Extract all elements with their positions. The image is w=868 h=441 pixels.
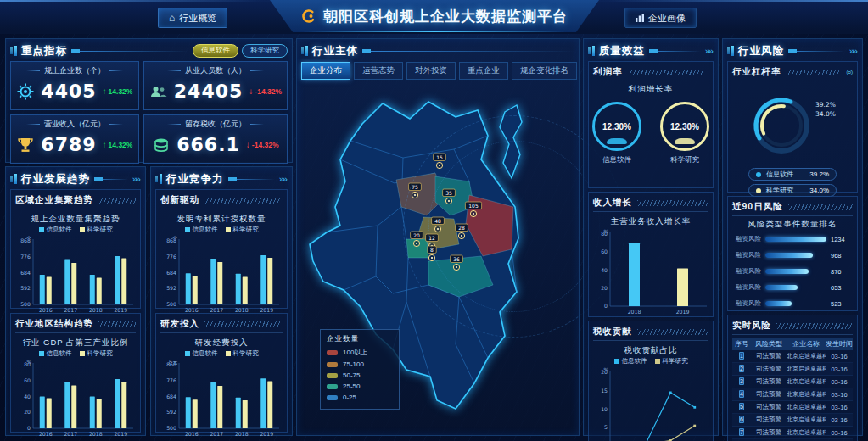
legend-swatch (327, 395, 338, 400)
chart-legend: 信息软件科学研究 (39, 226, 113, 234)
gauge-wave (607, 138, 627, 144)
svg-text:684: 684 (166, 394, 176, 399)
map-marker[interactable]: 8 (428, 246, 436, 261)
expand-icon[interactable]: »» (279, 175, 288, 184)
tab-运营态势[interactable]: 运营态势 (354, 62, 403, 80)
subcard-recent-risk: 近90日风险 风险类型事件数量排名 融资风险1234融资风险968融资风险876… (727, 196, 858, 311)
filter-tag[interactable]: 信息软件 (193, 44, 238, 58)
subcard-tax-contribution: 税收贡献 税收贡献占比信息软件科学研究05101520%201620172018… (588, 321, 714, 441)
table-row[interactable]: 3司法预警北京启迪卓越科技有限公司03-16 (732, 376, 853, 388)
bar-chart-canvas: 500592684776868个2016201720182019 (159, 235, 284, 315)
bar-chart-canvas: 020406080%20182019 (590, 228, 712, 316)
svg-text:%: % (603, 367, 608, 372)
panel-key-indicators: 重点指标 信息软件科学研究 规上企业数（个）4405↑14.32%从业人员数（人… (5, 38, 293, 163)
svg-text:36: 36 (453, 256, 460, 262)
home-icon: ⌂ (169, 13, 175, 23)
panel-competitiveness: 行业竞争力 »» 创新驱动 发明专利累计授权数量信息软件科学研究50059268… (150, 166, 293, 436)
chart-legend-item: 科学研究 (80, 349, 113, 358)
svg-text:15: 15 (436, 154, 443, 160)
legend-swatch (39, 227, 44, 232)
svg-text:2017: 2017 (210, 431, 223, 437)
subcard-title: 近90日风险 (732, 201, 783, 213)
row-index-badge: 3 (739, 377, 744, 385)
chart-title: 发明专利累计授权数量 (177, 214, 266, 225)
subcard-region-structure: 行业地区结构趋势 行业 GDP 占第三产业比例信息软件科学研究020406080… (10, 313, 141, 433)
legend-swatch (327, 362, 338, 367)
dashboard-root: 朝阳区科创规上企业大数据监测平台 ⌂ 行业概览 企业画像 重点指标 信息软件科学… (0, 0, 868, 441)
expand-icon[interactable]: »» (132, 175, 141, 184)
chart-title-profit-growth: 利润增长率 (593, 84, 708, 95)
svg-text:75: 75 (412, 184, 418, 190)
svg-text:28: 28 (458, 225, 465, 231)
nav-industry-overview[interactable]: ⌂ 行业概览 (158, 8, 227, 28)
arrow-down-icon: ↓ (249, 87, 253, 96)
map-legend-row: 0-25 (327, 394, 393, 401)
risk-bar (765, 237, 826, 242)
map-legend-rows: 100以上75-10050-7525-500-25 (327, 348, 393, 401)
row-index-cell: 5 (732, 403, 751, 411)
kpi-stat-grid: 规上企业数（个）4405↑14.32%从业人员数（人）24405↓-14.32%… (10, 61, 288, 164)
risk-bar-label: 融资风险 (732, 235, 761, 243)
svg-text:684: 684 (166, 270, 176, 276)
panel-title-industry-main: 行业主体 (312, 44, 358, 59)
expand-icon[interactable]: »» (705, 47, 714, 56)
chart-income-growth: 主营业务收入增长率020406080%20182019 (593, 214, 708, 316)
legend-label: 0-25 (343, 394, 356, 401)
legend-swatch (327, 350, 338, 355)
series-dot (756, 172, 761, 177)
table-row[interactable]: 6司法预警北京启迪卓越科技有限公司03-16 (732, 414, 853, 427)
svg-text:2017: 2017 (64, 431, 77, 437)
risk-bar (765, 253, 813, 258)
svg-text:592: 592 (166, 285, 176, 291)
panel-title-key-indicators: 重点指标 (21, 44, 67, 59)
legend-swatch (226, 351, 231, 356)
kpi-stat-card[interactable]: 规上企业数（个）4405↑14.32% (10, 61, 139, 110)
filter-tag[interactable]: 科学研究 (242, 44, 288, 58)
stat-label: 营业收入（亿元） (44, 119, 105, 130)
kpi-stat-card[interactable]: 营业收入（亿元）6789↑14.32% (10, 114, 139, 164)
chart-title: 税收贡献占比 (624, 345, 678, 356)
table-row[interactable]: 7司法预警北京启迪卓越科技有限公司03-16 (732, 427, 853, 439)
settings-icon[interactable]: ◎ (846, 68, 853, 76)
svg-text:684: 684 (20, 270, 31, 276)
table-row[interactable]: 5司法预警北京启迪卓越科技有限公司03-16 (732, 401, 853, 414)
panel-industry-risk: 行业风险 »» 行业杠杆率 ◎ 39.2% 34.0% 信息软件 (722, 38, 863, 436)
legend-swatch (327, 384, 338, 389)
map-legend-row: 25-50 (327, 382, 393, 390)
svg-text:2018: 2018 (235, 431, 249, 437)
table-row[interactable]: 1司法预警北京启迪卓越科技有限公司03-16 (732, 350, 853, 363)
hatch-decoration (98, 198, 136, 204)
chart-legend-item: 信息软件 (39, 349, 72, 358)
risk-bar-track (765, 237, 826, 242)
series-value: 39.2% (809, 170, 829, 178)
risk-bar-track (765, 285, 826, 290)
tab-规企变化排名[interactable]: 规企变化排名 (512, 62, 577, 80)
chart-legend-item: 信息软件 (185, 349, 218, 358)
table-row[interactable]: 2司法预警北京启迪卓越科技有限公司03-16 (732, 363, 853, 376)
subcard-rnd-investment: 研发投入 研发经费投入信息软件科学研究500592684776868万元2016… (155, 313, 288, 433)
enterprise-name-cell: 北京启迪卓越科技有限公司 (787, 390, 826, 399)
expand-icon[interactable]: »» (849, 47, 858, 56)
kpi-stat-card[interactable]: 留存税收（亿元）666.1↓-14.32% (143, 114, 288, 164)
occur-time-cell: 03-16 (826, 404, 853, 411)
legend-swatch (80, 351, 85, 356)
hatch-decoration (628, 70, 704, 75)
bar-chart-icon (636, 14, 644, 22)
kpi-stat-card[interactable]: 从业人员数（人）24405↓-14.32% (143, 61, 288, 110)
table-row[interactable]: 4司法预警北京启迪卓越科技有限公司03-16 (732, 388, 853, 401)
stat-delta-value: 14.32% (109, 141, 133, 149)
nav-enterprise-portrait[interactable]: 企业画像 (624, 8, 697, 28)
svg-text:2016: 2016 (185, 431, 199, 437)
svg-text:776: 776 (166, 377, 176, 383)
row-index-badge: 7 (739, 428, 744, 436)
tab-重点企业[interactable]: 重点企业 (459, 62, 508, 80)
tab-企业分布[interactable]: 企业分布 (301, 62, 350, 80)
tab-对外投资[interactable]: 对外投资 (406, 62, 456, 80)
panel-quality-benefit: 质量效益 »» 利润率 利润增长率 12.30%信息软件12.30%科学研究 收… (583, 38, 719, 436)
risk-bar-label: 融资风险 (732, 299, 761, 308)
row-index-badge: 1 (739, 352, 744, 360)
people-icon (149, 82, 168, 101)
legend-label: 25-50 (343, 382, 360, 390)
gauge-wave (675, 138, 695, 144)
risk-type-cell: 司法预警 (751, 390, 787, 399)
